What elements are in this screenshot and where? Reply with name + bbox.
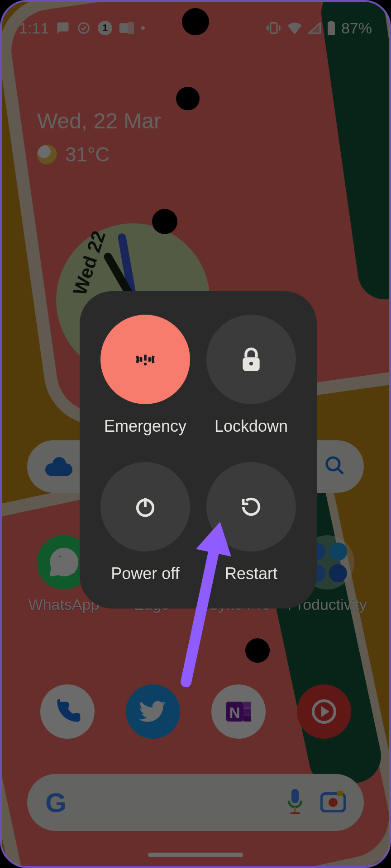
- lock-icon: [206, 315, 296, 404]
- power-menu: Emergency Lockdown Power off Restart: [80, 291, 317, 609]
- phone-frame: Wed 22 1:11 1: [0, 0, 391, 868]
- lockdown-label: Lockdown: [215, 417, 288, 436]
- restart-label: Restart: [225, 564, 277, 583]
- poweroff-button[interactable]: Power off: [97, 462, 194, 583]
- svg-point-23: [249, 362, 253, 365]
- poweroff-label: Power off: [111, 564, 179, 583]
- svg-point-21: [144, 363, 147, 365]
- emergency-label: Emergency: [104, 417, 186, 436]
- power-icon: [100, 462, 190, 552]
- emergency-icon: [100, 315, 190, 404]
- emergency-button[interactable]: Emergency: [97, 315, 194, 436]
- lockdown-button[interactable]: Lockdown: [203, 315, 300, 436]
